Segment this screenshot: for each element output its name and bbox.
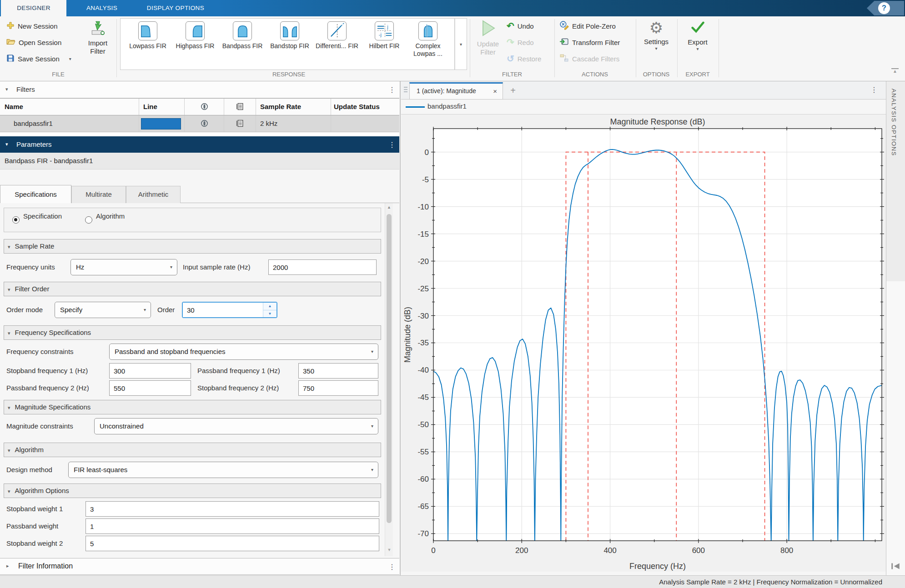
complex-lowpass-fir-label: Complex Lowpas ... bbox=[404, 42, 452, 58]
response-bandstop-fir[interactable]: Bandstop FIR bbox=[266, 21, 313, 50]
radio-unselected-icon bbox=[85, 216, 92, 224]
order-mode-dropdown[interactable]: Specify▾ bbox=[55, 302, 151, 318]
svg-text:-35: -35 bbox=[417, 339, 429, 347]
response-hilbert-fir[interactable]: j-j Hilbert FIR bbox=[361, 21, 408, 50]
sample-rate-section-header[interactable]: ▾Sample Rate bbox=[4, 239, 381, 254]
transform-filter-button[interactable]: Transform Filter bbox=[559, 36, 620, 48]
tab-designer[interactable]: DESIGNER bbox=[1, 0, 66, 16]
import-filter-button[interactable]: Import Filter bbox=[83, 20, 113, 55]
passband-frequency-2-field[interactable] bbox=[109, 380, 191, 396]
passband-weight-field[interactable] bbox=[85, 518, 379, 534]
svg-text:Frequency (Hz): Frequency (Hz) bbox=[629, 562, 686, 571]
filter-line-color-swatch[interactable] bbox=[141, 118, 181, 130]
order-spinner[interactable]: ▲ ▼ bbox=[182, 302, 277, 318]
svg-text:-15: -15 bbox=[417, 230, 429, 239]
help-icon: ? bbox=[878, 2, 890, 14]
magnitude-specifications-section-header[interactable]: ▾Magnitude Specifications bbox=[4, 400, 381, 414]
cascade-filters-button[interactable]: Cascade Filters bbox=[559, 53, 619, 65]
input-sample-rate-field[interactable] bbox=[268, 259, 377, 275]
parameters-collapse-icon[interactable]: ▾ bbox=[5, 141, 8, 147]
tab-specifications[interactable]: Specifications bbox=[0, 185, 71, 204]
parameters-subtitle: Bandpass FIR - bandpassfir1 bbox=[0, 153, 399, 169]
collapse-ribbon-button[interactable]: ▲ bbox=[890, 68, 900, 74]
algorithm-section-header[interactable]: ▾Algorithm bbox=[4, 443, 381, 457]
response-bandpass-fir[interactable]: Bandpass FIR bbox=[219, 21, 266, 50]
order-label: Order bbox=[157, 302, 175, 318]
import-filter-icon bbox=[90, 30, 106, 38]
add-display-tab-button[interactable]: + bbox=[505, 82, 521, 100]
tab-display-options[interactable]: DISPLAY OPTIONS bbox=[137, 0, 214, 16]
response-lowpass-fir[interactable]: Lowpass FIR bbox=[124, 21, 171, 50]
redo-icon: ↷ bbox=[507, 37, 514, 48]
response-highpass-fir[interactable]: Highpass FIR bbox=[171, 21, 219, 50]
save-session-button[interactable]: Save Session ▾ bbox=[6, 53, 71, 65]
gallery-expand-icon: ▾ bbox=[460, 42, 462, 47]
spinner-up-icon[interactable]: ▲ bbox=[263, 303, 277, 310]
magnitude-response-chart: 0-5-10-15-20-25-30-35-40-45-50-55-60-65-… bbox=[401, 115, 886, 572]
passband-frequency-1-field[interactable] bbox=[298, 363, 378, 379]
help-button[interactable]: ? bbox=[867, 1, 904, 15]
response-complex-lowpass-fir[interactable]: Complex Lowpas ... bbox=[404, 21, 452, 58]
filter-row-info-doc-icon[interactable] bbox=[236, 119, 244, 129]
edit-pole-zero-label: Edit Pole-Zero bbox=[572, 22, 616, 30]
response-gallery-expand-button[interactable]: ▾ bbox=[455, 18, 467, 70]
chevron-down-icon: ▾ bbox=[144, 302, 146, 318]
scrollbar-down-icon[interactable]: ▼ bbox=[385, 548, 393, 552]
new-session-button[interactable]: New Session bbox=[6, 20, 58, 32]
redo-button[interactable]: ↷ Redo bbox=[507, 36, 534, 48]
magnitude-constraints-dropdown[interactable]: Unconstrained▾ bbox=[94, 418, 378, 434]
parameters-scrollbar[interactable]: ▲ ▼ bbox=[385, 203, 393, 556]
parameters-panel-menu-icon[interactable]: ⋮ bbox=[388, 140, 396, 149]
passband-frequency-2-label: Passband frequency 2 (Hz) bbox=[6, 380, 89, 396]
cascade-filters-icon bbox=[559, 53, 569, 64]
tab-bar-grip-icon[interactable] bbox=[403, 86, 408, 95]
tab-arithmetic[interactable]: Arithmetic bbox=[126, 186, 181, 203]
svg-text:-25: -25 bbox=[417, 284, 429, 293]
skip-to-start-icon[interactable] bbox=[890, 562, 901, 572]
stopband-weight-1-label: Stopband weight 1 bbox=[6, 501, 63, 517]
col-info-doc-icon bbox=[236, 102, 244, 112]
magnitude-display-tab[interactable]: 1 (active): Magnitude × bbox=[409, 82, 503, 100]
algorithm-radio[interactable] bbox=[85, 216, 92, 224]
settings-dropdown-icon: ▾ bbox=[640, 46, 672, 51]
design-method-dropdown[interactable]: FIR least-squares▾ bbox=[68, 462, 378, 478]
stopband-weight-1-field[interactable] bbox=[85, 501, 379, 517]
analysis-options-strip[interactable]: ANALYSIS OPTIONS bbox=[886, 81, 905, 575]
frequency-constraints-dropdown[interactable]: Passband and stopband frequencies▾ bbox=[109, 344, 378, 360]
tab-multirate[interactable]: Multirate bbox=[71, 186, 126, 203]
filters-panel-menu-icon[interactable]: ⋮ bbox=[388, 85, 396, 94]
order-field[interactable] bbox=[183, 303, 263, 317]
specification-radio[interactable] bbox=[12, 216, 20, 224]
filters-collapse-icon[interactable]: ▾ bbox=[5, 86, 8, 92]
filter-information-header[interactable]: ▸ Filter Information ⋮ bbox=[0, 558, 399, 575]
save-session-dropdown-icon[interactable]: ▾ bbox=[69, 56, 71, 61]
filters-table-row[interactable]: bandpassfir1 2 kHz bbox=[0, 115, 399, 132]
update-filter-button[interactable]: Update Filter bbox=[473, 19, 503, 56]
filter-order-section-header[interactable]: ▾Filter Order bbox=[4, 282, 381, 296]
settings-button[interactable]: ⚙ Settings ▾ bbox=[640, 19, 672, 51]
status-bar: Analysis Sample Rate = 2 kHz | Frequency… bbox=[0, 575, 905, 588]
spinner-down-icon[interactable]: ▼ bbox=[263, 310, 277, 317]
stopband-frequency-2-field[interactable] bbox=[298, 380, 378, 396]
panel-splitter[interactable] bbox=[400, 81, 401, 575]
export-button[interactable]: Export ▾ bbox=[682, 19, 714, 51]
tab-analysis[interactable]: ANALYSIS bbox=[66, 0, 137, 16]
response-differentiator-fir[interactable]: Differenti... FIR bbox=[313, 21, 361, 50]
scrollbar-up-icon[interactable]: ▲ bbox=[385, 203, 393, 211]
algorithm-options-section-header[interactable]: ▾Algorithm Options bbox=[4, 483, 381, 498]
edit-pole-zero-button[interactable]: Edit Pole-Zero bbox=[559, 20, 616, 32]
display-panel-menu-icon[interactable]: ⋮ bbox=[870, 85, 878, 94]
undo-button[interactable]: ↶ Undo bbox=[507, 20, 534, 32]
filter-row-visibility-eye-icon[interactable] bbox=[200, 119, 209, 129]
stopband-frequency-1-field[interactable] bbox=[109, 363, 191, 379]
magnitude-response-figure[interactable]: 0-5-10-15-20-25-30-35-40-45-50-55-60-65-… bbox=[401, 115, 886, 572]
scrollbar-thumb[interactable] bbox=[387, 214, 392, 523]
parameters-tabs: Specifications Multirate Arithmetic bbox=[0, 185, 399, 203]
frequency-specifications-section-header[interactable]: ▾Frequency Specifications bbox=[4, 325, 381, 340]
open-session-button[interactable]: Open Session bbox=[6, 36, 61, 48]
stopband-weight-2-field[interactable] bbox=[85, 536, 379, 551]
close-icon[interactable]: × bbox=[493, 84, 497, 99]
filter-information-menu-icon[interactable]: ⋮ bbox=[388, 563, 396, 571]
restore-button[interactable]: ↺ Restore bbox=[507, 53, 541, 65]
frequency-units-dropdown[interactable]: Hz▾ bbox=[70, 259, 177, 275]
